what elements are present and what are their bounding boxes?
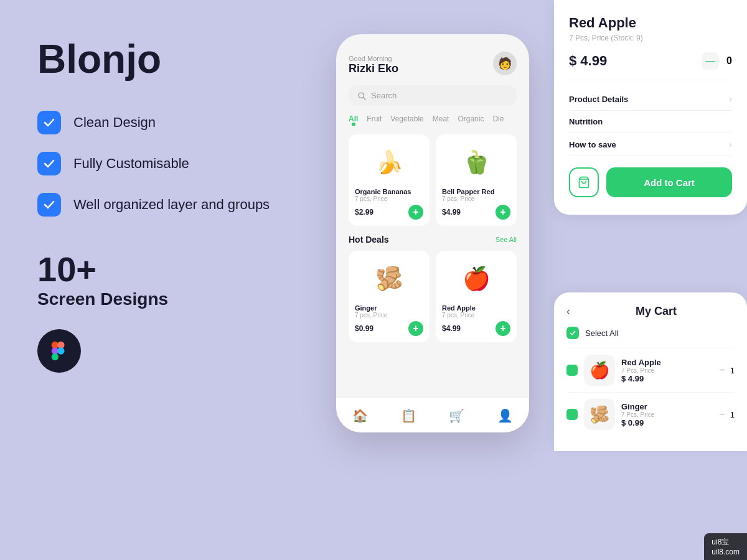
nav-cart-icon[interactable]: 🛒 (449, 408, 464, 423)
cart-minus-ginger[interactable]: − (719, 409, 725, 420)
brand-title: Blonjo (37, 37, 311, 81)
cart-item-sub-ginger: 7 Pcs, Price (621, 411, 713, 418)
greeting-text: Good Morning (349, 55, 398, 62)
category-tabs: All Fruit Vegetable Meat Organic Die (349, 114, 517, 126)
product-card-ginger[interactable]: 🫚 Ginger 7 pcs, Price $0.99 + (349, 251, 430, 342)
cart-item-price-apple: $ 4.99 (621, 374, 713, 383)
add-btn-ginger[interactable]: + (408, 321, 423, 336)
detail-divider (569, 80, 732, 80)
check-icon-3 (37, 193, 61, 217)
cart-item-qty-apple: − 1 (719, 365, 735, 376)
watermark: ui8宝 uil8.com (704, 533, 747, 560)
cart-item-name-apple: Red Apple (621, 358, 713, 367)
product-card-bananas[interactable]: 🍌 Organic Bananas 7 pcs, Price $2.99 + (349, 134, 430, 226)
cart-qty-value-ginger: 1 (730, 410, 735, 419)
svg-line-6 (364, 97, 366, 100)
detail-product-name: Red Apple (569, 15, 732, 31)
product-name-pepper: Bell Papper Red (442, 188, 510, 195)
cart-item-apple: 🍎 Red Apple 7 Pcs, Price $ 4.99 − 1 (566, 348, 735, 392)
product-price-row-apple: $4.99 + (442, 321, 510, 336)
cart-item-qty-ginger: − 1 (719, 409, 735, 420)
phone-shell: Good Morning Rizki Eko 🧑 Search All Frui… (336, 34, 529, 432)
cat-all[interactable]: All (349, 114, 358, 126)
detail-row-how-to-save[interactable]: How to save › (569, 133, 732, 156)
select-all-row: Select All (566, 327, 735, 339)
cart-item-checkbox-ginger[interactable] (566, 409, 578, 420)
add-btn-apple[interactable]: + (496, 321, 510, 336)
products-grid: 🍌 Organic Bananas 7 pcs, Price $2.99 + 🫑… (349, 134, 517, 226)
product-card-apple[interactable]: 🍎 Red Apple 7 pcs, Price $4.99 + (436, 251, 517, 342)
add-btn-bananas[interactable]: + (408, 205, 423, 220)
product-price-row-bananas: $2.99 + (355, 205, 423, 220)
product-price-row-ginger: $0.99 + (355, 321, 423, 336)
cat-meat[interactable]: Meat (433, 114, 449, 126)
detail-product-sub: 7 Pcs, Price (Stock: 9) (569, 34, 732, 42)
cart-item-checkbox-apple[interactable] (566, 365, 578, 376)
cart-minus-apple[interactable]: − (719, 365, 725, 376)
product-img-apple: 🍎 (442, 257, 510, 301)
see-all-btn[interactable]: See All (496, 236, 517, 243)
search-icon (357, 91, 366, 100)
nav-profile-icon[interactable]: 👤 (497, 408, 513, 423)
search-placeholder: Search (371, 91, 397, 100)
cat-dic[interactable]: Die (492, 114, 504, 126)
figma-icon (37, 329, 81, 373)
feature-item-2: Fully Customisable (37, 152, 311, 175)
product-img-pepper: 🫑 (442, 141, 510, 184)
left-section: Blonjo Clean Design Fully Customisable (0, 0, 349, 560)
product-img-bananas: 🍌 (355, 141, 423, 184)
detail-row-label-3: How to save (569, 140, 616, 149)
product-sub-ginger: 7 pcs, Price (355, 312, 423, 319)
svg-point-5 (359, 93, 364, 98)
nav-home-icon[interactable]: 🏠 (352, 408, 368, 423)
product-card-pepper[interactable]: 🫑 Bell Papper Red 7 pcs, Price $4.99 + (436, 134, 517, 226)
feature-item-3: Well organized layer and groups (37, 193, 311, 217)
add-to-cart-button[interactable]: Add to Cart (606, 167, 732, 197)
cart-item-img-ginger: 🫚 (584, 399, 615, 430)
cat-organic[interactable]: Organic (458, 114, 484, 126)
detail-row-label-1: Product Details (569, 95, 628, 104)
feature-label-2: Fully Customisable (73, 156, 189, 172)
cart-item-sub-apple: 7 Pcs, Price (621, 367, 713, 374)
product-sub-apple: 7 pcs, Price (442, 312, 510, 319)
user-info: Good Morning Rizki Eko (349, 55, 398, 75)
detail-row-label-2: Nutrition (569, 117, 603, 126)
feature-label-3: Well organized layer and groups (73, 197, 270, 213)
detail-row-nutrition[interactable]: Nutrition (569, 111, 732, 133)
cart-item-info-apple: Red Apple 7 Pcs, Price $ 4.99 (621, 358, 713, 383)
cat-fruit[interactable]: Fruit (367, 114, 382, 126)
qty-control: — 0 (702, 52, 732, 70)
product-name-bananas: Organic Bananas (355, 188, 423, 195)
svg-point-2 (52, 353, 59, 360)
nav-list-icon[interactable]: 📋 (401, 408, 416, 423)
feature-item-1: Clean Design (37, 111, 311, 134)
product-price-bananas: $2.99 (355, 208, 374, 217)
check-icon-1 (37, 111, 61, 134)
cat-vegetable[interactable]: Vegetable (390, 114, 423, 126)
phone-header: Good Morning Rizki Eko 🧑 (349, 52, 517, 75)
feature-list: Clean Design Fully Customisable Well org… (37, 111, 311, 217)
phone-mockup: Good Morning Rizki Eko 🧑 Search All Frui… (336, 34, 535, 457)
detail-row-product-details[interactable]: Product Details › (569, 88, 732, 111)
detail-price: $ 4.99 (569, 53, 607, 69)
product-price-pepper: $4.99 (442, 208, 461, 217)
qty-value: 0 (726, 55, 732, 67)
qty-minus-btn[interactable]: — (702, 52, 719, 70)
check-icon-2 (37, 152, 61, 175)
watermark-line2: uil8.com (712, 548, 740, 556)
cart-title: My Cart (578, 305, 735, 318)
select-all-checkbox[interactable] (566, 327, 579, 339)
product-price-row-pepper: $4.99 + (442, 205, 510, 220)
product-sub-pepper: 7 pcs, Price (442, 195, 510, 202)
cart-icon-button[interactable] (569, 167, 599, 197)
add-btn-pepper[interactable]: + (496, 205, 510, 220)
hot-deals-title: Hot Deals (349, 235, 389, 245)
search-bar[interactable]: Search (349, 85, 517, 106)
count-label: Screen Designs (37, 289, 311, 309)
cart-item-info-ginger: Ginger 7 Pcs, Price $ 0.99 (621, 402, 713, 427)
watermark-line1: ui8宝 (712, 537, 740, 548)
product-name-ginger: Ginger (355, 304, 423, 312)
cart-item-img-apple: 🍎 (584, 355, 615, 386)
cart-back-btn[interactable]: ‹ (566, 305, 570, 318)
bottom-nav: 🏠 📋 🛒 👤 (336, 398, 529, 432)
